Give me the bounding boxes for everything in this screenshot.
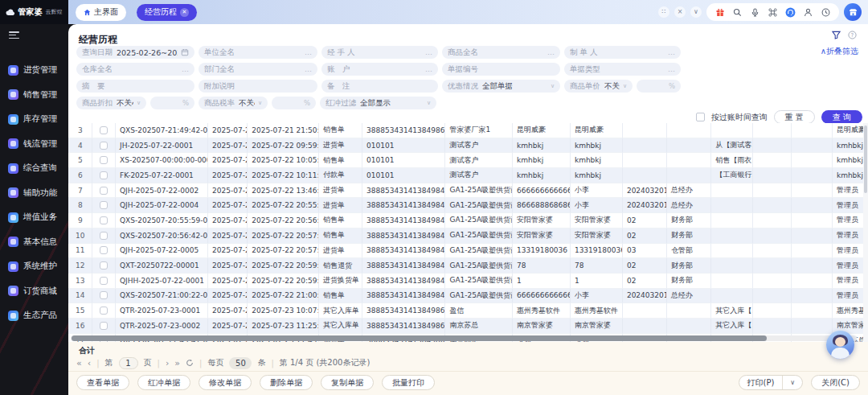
expand-window-icon[interactable]: ∷ — [658, 6, 669, 18]
filter-field-商品单价[interactable]: 商品单价不关心∨ — [564, 80, 633, 93]
filter-field-经 手 人[interactable]: 经 手 人… — [321, 46, 438, 59]
print-dropdown-arrow[interactable]: ∨ — [782, 376, 802, 389]
row-checkbox[interactable] — [100, 187, 108, 195]
table-row[interactable]: 3QXS-202507-21:49:42-000012025-07-212025… — [68, 123, 863, 138]
filter-field-红冲过滤[interactable]: 红冲过滤全部显示∨ — [320, 97, 436, 109]
history-icon[interactable] — [821, 7, 831, 18]
row-checkbox[interactable] — [100, 171, 108, 179]
horizontal-scrollbar[interactable] — [71, 335, 857, 341]
row-checkbox[interactable] — [100, 126, 108, 134]
filter-field-备 注[interactable]: 备 注 — [321, 80, 438, 93]
filter-field-查询日期[interactable]: 查询日期2025-02-26~2025-08-2 — [76, 46, 194, 59]
vertical-scrollbar-thumb[interactable] — [864, 125, 867, 193]
assistant-avatar[interactable] — [826, 331, 854, 359]
sidebar-item-value-added[interactable]: 增值业务 — [0, 205, 68, 230]
vertical-scrollbar[interactable] — [863, 123, 868, 342]
close-button[interactable]: 关闭(C) — [811, 375, 860, 390]
sidebar-item-purchase[interactable]: 进货管理 — [0, 58, 68, 83]
close-window-icon[interactable]: × — [674, 6, 686, 18]
post-time-checkbox[interactable] — [696, 113, 705, 121]
first-page-button[interactable]: « — [76, 359, 82, 368]
sidebar-item-inventory[interactable]: 库存管理 — [0, 107, 68, 132]
record-action-button-5[interactable]: 批量打印 — [382, 375, 435, 390]
help-icon[interactable]: ? — [848, 31, 857, 39]
row-checkbox[interactable] — [100, 156, 108, 164]
record-action-button-0[interactable]: 查看单据 — [76, 375, 129, 390]
row-checkbox[interactable] — [100, 216, 108, 224]
next-page-button[interactable]: › — [166, 359, 169, 368]
search-icon[interactable] — [732, 7, 743, 18]
filter-field-账 户[interactable]: 账 户… — [321, 63, 438, 76]
percent-input[interactable]: % — [150, 97, 194, 109]
percent-input[interactable]: % — [272, 97, 316, 109]
row-checkbox[interactable] — [100, 142, 108, 150]
table-row[interactable]: 10QXS-202507-20:56:42-000022025-07-22202… — [68, 228, 863, 244]
ellipsis-icon[interactable]: … — [422, 48, 432, 56]
table-row[interactable]: 4JH-2025-07-22-00012025-07-222025-07-22 … — [68, 138, 863, 154]
filter-field-商品税率[interactable]: 商品税率不关心∨ — [199, 97, 268, 109]
table-row[interactable]: 9QXS-202507-20:55:59-000022025-07-222025… — [68, 213, 863, 228]
table-row[interactable]: 14QXS-202507-21:00:22-000032025-07-22202… — [68, 289, 863, 304]
filter-field-优惠情况[interactable]: 优惠情况全部单据∨ — [442, 80, 560, 93]
table-row[interactable]: 5XS-202507-00:00:00-000012025-07-222025-… — [68, 153, 863, 168]
horizontal-scrollbar-thumb[interactable] — [72, 335, 767, 341]
collapse-filter-link[interactable]: ∧折叠筛选 — [821, 46, 858, 57]
print-button[interactable]: 打印(P) — [739, 376, 783, 389]
service-icon[interactable] — [785, 7, 796, 18]
refresh-icon[interactable] — [186, 359, 194, 367]
filter-funnel-icon[interactable] — [832, 31, 841, 39]
sidebar-item-order-mall[interactable]: 订货商城 — [0, 279, 68, 304]
ellipsis-icon[interactable]: … — [665, 65, 675, 73]
filter-field-附加说明[interactable]: 附加说明 — [199, 80, 317, 93]
filter-field-单位全名[interactable]: 单位全名… — [199, 46, 317, 59]
table-row[interactable]: 8QJH-2025-07-22-00042025-07-222025-07-22… — [68, 198, 863, 213]
sidebar-item-eco-products[interactable]: 生态产品 — [0, 303, 68, 328]
table-row[interactable]: 6FK-2025-07-22-00012025-07-222025-07-22 … — [68, 168, 863, 183]
filter-field-单据类型[interactable]: 单据类型… — [564, 63, 681, 76]
sidebar-item-maintenance[interactable]: 系统维护 — [0, 254, 68, 279]
filter-field-制 单 人[interactable]: 制 单 人… — [564, 46, 681, 59]
sidebar-item-cashflow[interactable]: 钱流管理 — [0, 132, 68, 157]
gift-icon[interactable] — [714, 7, 725, 18]
tab-business-process[interactable]: 经营历程✕ — [137, 4, 197, 21]
filter-field-单据编号[interactable]: 单据编号 — [442, 63, 560, 76]
tab-home[interactable]: 主界面 — [76, 4, 126, 21]
current-page-input[interactable]: 1 — [119, 357, 138, 369]
last-page-button[interactable]: » — [174, 359, 180, 368]
member-icon[interactable] — [803, 7, 813, 18]
row-checkbox[interactable] — [100, 261, 108, 270]
menu-toggle-icon[interactable] — [9, 31, 19, 39]
user-avatar[interactable] — [844, 3, 862, 21]
ellipsis-icon[interactable]: … — [422, 65, 432, 73]
filter-field-摘 要[interactable]: 摘 要 — [76, 80, 194, 93]
collapse-window-icon[interactable]: ∨ — [690, 6, 702, 18]
sidebar-item-assist[interactable]: 辅助功能 — [0, 181, 68, 206]
ellipsis-icon[interactable]: … — [665, 48, 675, 56]
sidebar-item-basic-info[interactable]: 基本信息 — [0, 230, 68, 255]
ellipsis-icon[interactable]: … — [544, 48, 555, 56]
prev-page-button[interactable]: ‹ — [88, 359, 91, 368]
row-checkbox[interactable] — [100, 201, 108, 209]
row-checkbox[interactable] — [100, 307, 108, 315]
table-row[interactable]: 11QJH-2025-07-22-00052025-07-222025-07-2… — [68, 244, 863, 259]
record-action-button-1[interactable]: 红冲单据 — [137, 375, 190, 390]
record-action-button-4[interactable]: 复制单据 — [321, 375, 374, 390]
table-row[interactable]: 13QJHH-2025-07-22-00012025-07-222025-07-… — [68, 274, 863, 289]
ellipsis-icon[interactable]: … — [178, 65, 189, 73]
percent-input[interactable]: % — [637, 80, 681, 93]
table-row[interactable]: 16QTR-2025-07-23-00022025-07-232025-07-2… — [68, 319, 863, 334]
record-action-button-3[interactable]: 删除单据 — [260, 375, 313, 390]
tab-close-icon[interactable]: ✕ — [180, 8, 189, 17]
table-row[interactable]: 7QJH-2025-07-22-00022025-07-222025-07-22… — [68, 183, 863, 199]
row-checkbox[interactable] — [100, 246, 108, 254]
voice-icon[interactable] — [750, 7, 760, 18]
filter-field-商品全名[interactable]: 商品全名… — [442, 46, 560, 59]
record-action-button-2[interactable]: 修改单据 — [199, 375, 252, 390]
row-checkbox[interactable] — [100, 322, 108, 330]
ellipsis-icon[interactable]: … — [301, 65, 312, 73]
sidebar-item-query[interactable]: 综合查询 — [0, 156, 68, 181]
table-row[interactable]: 15QTR-2025-07-23-00012025-07-232025-07-2… — [68, 303, 863, 319]
row-checkbox[interactable] — [100, 277, 108, 285]
filter-field-商品折扣[interactable]: 商品折扣不关心∨ — [76, 97, 146, 109]
sidebar-item-sales[interactable]: 销售管理 — [0, 83, 68, 108]
